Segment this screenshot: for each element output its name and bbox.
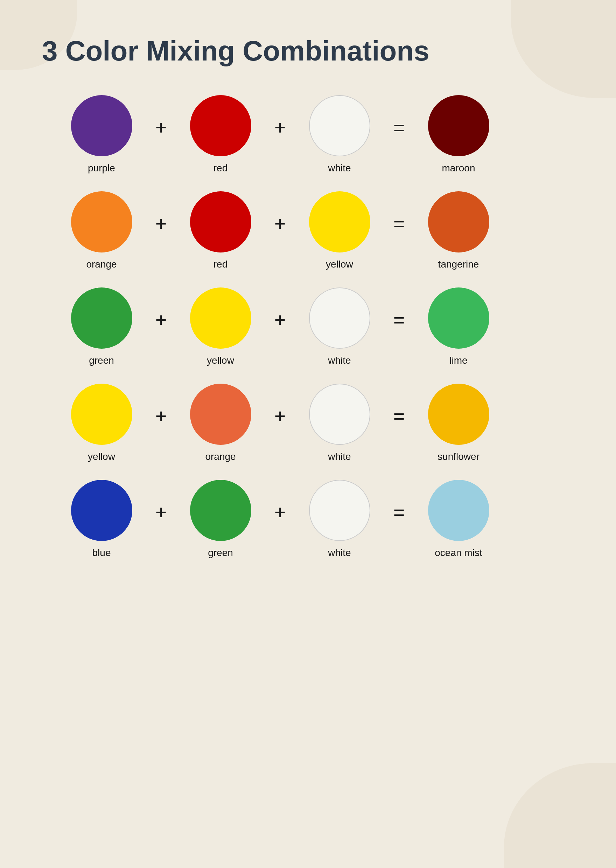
page-title: 3 Color Mixing Combinations [42, 35, 574, 67]
plus-operator: + [140, 212, 182, 249]
plus-operator: + [259, 212, 301, 249]
color-item: white [301, 287, 378, 366]
color-circle [309, 95, 370, 156]
color-item: blue [63, 480, 140, 558]
equals-operator: = [378, 404, 420, 441]
color-label: ocean mist [435, 547, 482, 558]
combination-row-4: yellow+orange+white=sunflower [42, 377, 574, 469]
color-item: red [182, 95, 259, 174]
color-label: orange [86, 259, 116, 270]
color-label: tangerine [438, 259, 479, 270]
color-circle [190, 480, 251, 541]
color-circle [71, 287, 132, 349]
color-circle [428, 95, 489, 156]
color-label: yellow [207, 355, 234, 366]
plus-operator: + [259, 116, 301, 153]
color-item: yellow [63, 384, 140, 462]
color-item: red [182, 191, 259, 270]
color-circle [190, 384, 251, 445]
color-circle [428, 191, 489, 252]
plus-operator: + [140, 116, 182, 153]
color-label: green [208, 547, 233, 558]
plus-operator: + [259, 404, 301, 441]
color-circle [190, 287, 251, 349]
color-circle [428, 480, 489, 541]
color-item: white [301, 95, 378, 174]
combination-row-2: orange+red+yellow=tangerine [42, 184, 574, 277]
color-item: tangerine [420, 191, 497, 270]
color-label: yellow [88, 451, 115, 462]
color-label: white [328, 547, 351, 558]
decorative-blob-bottom-right [504, 763, 616, 868]
color-label: orange [205, 451, 236, 462]
equals-operator: = [378, 212, 420, 249]
color-label: purple [88, 163, 115, 174]
color-circle [71, 191, 132, 252]
color-circle [428, 287, 489, 349]
plus-operator: + [140, 309, 182, 345]
plus-operator: + [140, 501, 182, 537]
color-label: green [89, 355, 114, 366]
equals-operator: = [378, 501, 420, 537]
color-circle [71, 480, 132, 541]
color-circle [71, 384, 132, 445]
plus-operator: + [259, 501, 301, 537]
color-item: white [301, 480, 378, 558]
color-label: white [328, 451, 351, 462]
color-item: purple [63, 95, 140, 174]
color-label: blue [93, 547, 111, 558]
color-item: maroon [420, 95, 497, 174]
color-item: yellow [301, 191, 378, 270]
color-label: white [328, 163, 351, 174]
color-item: green [63, 287, 140, 366]
combination-row-1: purple+red+white=maroon [42, 88, 574, 181]
color-label: maroon [442, 163, 475, 174]
color-label: sunflower [437, 451, 479, 462]
color-label: white [328, 355, 351, 366]
equals-operator: = [378, 116, 420, 153]
color-circle [190, 191, 251, 252]
combinations-container: purple+red+white=maroonorange+red+yellow… [42, 88, 574, 566]
color-circle [309, 191, 370, 252]
color-item: ocean mist [420, 480, 497, 558]
color-item: sunflower [420, 384, 497, 462]
combination-row-5: blue+green+white=ocean mist [42, 473, 574, 566]
combination-row-3: green+yellow+white=lime [42, 280, 574, 373]
color-item: orange [63, 191, 140, 270]
color-circle [309, 480, 370, 541]
color-circle [71, 95, 132, 156]
page-content: 3 Color Mixing Combinations purple+red+w… [0, 0, 616, 594]
color-item: white [301, 384, 378, 462]
plus-operator: + [140, 404, 182, 441]
color-circle [428, 384, 489, 445]
color-circle [190, 95, 251, 156]
color-item: green [182, 480, 259, 558]
color-label: lime [449, 355, 467, 366]
color-item: yellow [182, 287, 259, 366]
color-circle [309, 384, 370, 445]
color-label: yellow [326, 259, 353, 270]
color-label: red [214, 163, 228, 174]
color-circle [309, 287, 370, 349]
plus-operator: + [259, 309, 301, 345]
color-label: red [214, 259, 228, 270]
equals-operator: = [378, 309, 420, 345]
color-item: orange [182, 384, 259, 462]
color-item: lime [420, 287, 497, 366]
